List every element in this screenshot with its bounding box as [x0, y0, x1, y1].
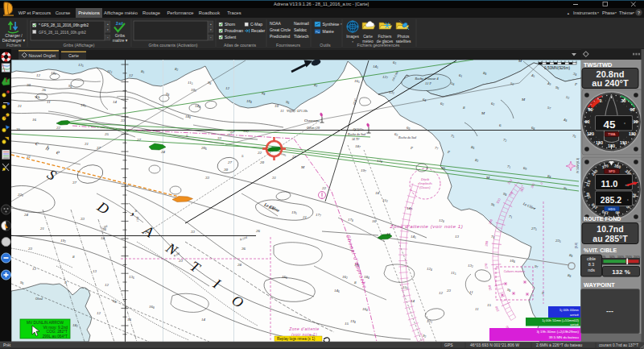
svg-text:Prêt: Prêt: [3, 343, 11, 347]
svg-text:22: 22: [258, 151, 262, 155]
svg-text:Solent: Solent: [225, 35, 237, 39]
svg-text:d'explosifs: d'explosifs: [418, 182, 432, 185]
svg-text:13: 13: [455, 235, 460, 239]
svg-text:14: 14: [113, 100, 118, 104]
svg-text:Routage: Routage: [142, 10, 160, 15]
svg-text:P: P: [447, 150, 450, 154]
svg-text:C-Map: C-Map: [250, 22, 262, 27]
svg-text:31: 31: [18, 104, 22, 108]
svg-text:Zone d'attente (voir note 1): Zone d'attente (voir note 1): [390, 223, 464, 229]
svg-text:22: 22: [322, 186, 327, 190]
svg-text:11: 11: [47, 100, 51, 104]
svg-text:NOAA: NOAA: [270, 22, 282, 26]
svg-text:Dépôt: Dépôt: [421, 178, 430, 181]
svg-text:15: 15: [345, 322, 349, 326]
svg-text:au 285°T: au 285°T: [592, 234, 628, 243]
svg-text:Tidetech: Tidetech: [294, 35, 309, 39]
svg-text:%VIT. CIBLE: %VIT. CIBLE: [584, 247, 617, 253]
svg-text:27: 27: [137, 138, 142, 142]
svg-text:18: 18: [375, 191, 380, 195]
svg-text:TWS/TWD: TWS/TWD: [584, 61, 613, 69]
svg-text:Nouvel Onglet: Nouvel Onglet: [29, 53, 56, 58]
svg-text:* GFS_28_11_2016_06h.grib2: * GFS_28_11_2016_06h.grib2: [39, 23, 89, 27]
svg-text:21: 21: [292, 155, 296, 159]
svg-text:30: 30: [621, 98, 626, 103]
svg-text:Carte: Carte: [363, 35, 373, 39]
svg-text:33: 33: [80, 217, 85, 221]
svg-text:▴: ▴: [210, 23, 212, 26]
svg-text:120: 120: [587, 131, 594, 136]
svg-text:60: 60: [630, 107, 635, 112]
svg-text:Obstn (20: Obstn (20: [307, 126, 320, 130]
svg-text:Vit moy: 9.2nd: Vit moy: 9.2nd: [43, 326, 68, 330]
svg-text:GFS_28_11_2016_00h.grib2: GFS_28_11_2016_00h.grib2: [39, 31, 86, 35]
svg-text:132 %: 132 %: [612, 268, 630, 276]
svg-text:11: 11: [280, 109, 284, 113]
svg-text:90: 90: [585, 119, 590, 124]
svg-text:13: 13: [386, 232, 391, 236]
svg-text:24: 24: [24, 213, 29, 217]
svg-text:W 24M (8.1): W 24M (8.1): [576, 158, 580, 173]
svg-text:Roche du Sud: Roche du Sud: [347, 132, 366, 136]
svg-text:Olsné: Olsné: [35, 297, 43, 301]
svg-text:2.6MN à 226°T du bateau: 2.6MN à 226°T du bateau: [536, 343, 582, 347]
svg-text:Proudman: Proudman: [225, 28, 243, 33]
svg-text:arrivé: arrivé: [570, 322, 579, 326]
svg-text:météo: météo: [362, 39, 374, 44]
svg-text:P: P: [574, 82, 577, 86]
svg-text:▾: ▾: [341, 23, 342, 26]
svg-text:Roche d'Amour 4: Roche d'Amour 4: [414, 77, 438, 81]
svg-text:maître ▾: maître ▾: [113, 38, 128, 43]
svg-text:M: M: [300, 165, 305, 169]
svg-text:Adrena V13.9.1.26 - 28_11_2016: Adrena V13.9.1.26 - 28_11_2016_a.trc - […: [274, 2, 369, 6]
svg-text:31: 31: [272, 176, 276, 180]
svg-text:▾: ▾: [210, 28, 212, 31]
svg-text:180: 180: [608, 143, 615, 148]
svg-text:Images: Images: [346, 35, 359, 39]
svg-text:11: 11: [475, 307, 479, 311]
svg-text:30: 30: [224, 168, 229, 172]
svg-text:33: 33: [121, 118, 126, 123]
svg-text:au 240°T: au 240°T: [592, 78, 629, 88]
svg-text:▾: ▾: [352, 40, 353, 44]
svg-text:Roche du Sud: Roche du Sud: [398, 135, 417, 139]
svg-text:▾: ▾: [107, 28, 109, 31]
svg-text:27: 27: [228, 160, 233, 164]
svg-text:Fichiers: Fichiers: [378, 35, 392, 39]
svg-text:22: 22: [56, 126, 61, 130]
svg-text:Fournisseurs: Fournisseurs: [276, 43, 300, 48]
svg-text:0%: 0%: [602, 256, 606, 259]
svg-text:MV DUNLIN ARROW: MV DUNLIN ARROW: [27, 321, 64, 325]
svg-text:▾: ▾: [633, 11, 634, 15]
svg-text:31: 31: [85, 142, 89, 146]
svg-text:1st: 1st: [116, 20, 124, 26]
svg-text:Instruments: Instruments: [573, 10, 597, 15]
svg-text:Roadbook: Roadbook: [199, 10, 221, 15]
svg-text:Carte: Carte: [68, 53, 79, 58]
svg-text:(9.8): (9.8): [575, 243, 578, 248]
svg-text:120: 120: [629, 131, 636, 136]
svg-text:M: M: [485, 176, 490, 180]
svg-text:23: 23: [447, 289, 452, 293]
svg-text:°: °: [627, 199, 629, 203]
svg-text:▾: ▾: [597, 11, 599, 15]
svg-text:▪: ▪: [210, 36, 211, 39]
svg-text:25: 25: [105, 132, 109, 136]
svg-text:VQ(6)+LFl.10s: VQ(6)+LFl.10s: [287, 109, 308, 113]
svg-text:Wk: Wk: [441, 166, 445, 170]
svg-text:Saildoc: Saildoc: [294, 28, 308, 32]
svg-text:36: 36: [42, 88, 47, 92]
svg-text:Zone d'attente: Zone d'attente: [288, 327, 320, 331]
svg-text:nds: nds: [588, 268, 595, 272]
svg-text:150: 150: [620, 140, 627, 145]
svg-text:11: 11: [469, 290, 473, 294]
svg-text:Traces: Traces: [227, 10, 242, 15]
svg-text:21: 21: [40, 226, 44, 231]
svg-text:33: 33: [205, 176, 210, 180]
svg-text:Synthèse: Synthèse: [323, 22, 340, 27]
svg-text:28: 28: [237, 263, 242, 267]
svg-text:12: 12: [129, 73, 134, 77]
svg-text:Fichiers géoréférencés: Fichiers géoréférencés: [357, 43, 400, 48]
svg-text:Phase: Phase: [602, 10, 615, 15]
svg-text:de glaces: de glaces: [377, 39, 394, 44]
